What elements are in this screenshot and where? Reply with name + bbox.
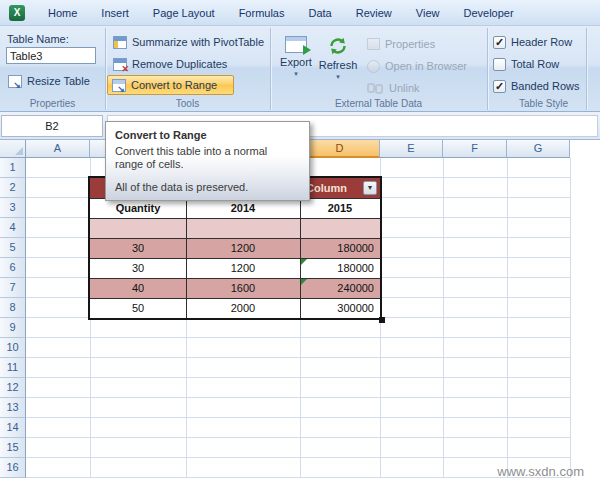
table-cell-C5[interactable]: 1200 <box>186 238 300 258</box>
row-header-8[interactable]: 8 <box>0 298 26 318</box>
tab-view[interactable]: View <box>404 2 452 24</box>
row-header-1[interactable]: 1 <box>0 158 26 178</box>
gridline <box>570 158 571 478</box>
row-header-15[interactable]: 15 <box>0 438 26 458</box>
table-cell-B6[interactable]: 30 <box>90 258 186 278</box>
name-box[interactable]: B2 <box>1 115 103 137</box>
table-cell-C4[interactable] <box>186 218 300 238</box>
tab-developer[interactable]: Developer <box>451 2 525 24</box>
tab-page-layout[interactable]: Page Layout <box>141 2 227 24</box>
table-cell-B7[interactable]: 40 <box>90 278 186 298</box>
tab-insert[interactable]: Insert <box>89 2 141 24</box>
watermark: www.sxdn.com <box>497 464 584 479</box>
remove-duplicates-button[interactable]: ✕ Remove Duplicates <box>108 54 232 74</box>
browser-globe-icon <box>367 60 380 73</box>
tooltip-title: Convert to Range <box>106 122 309 145</box>
row-header-4[interactable]: 4 <box>0 218 26 238</box>
total-row-checkbox[interactable]: Total Row <box>493 56 559 72</box>
tab-home[interactable]: Home <box>36 2 89 24</box>
table-cell-D8[interactable]: 300000 <box>300 298 380 318</box>
table-cell-D5[interactable]: 180000 <box>300 238 380 258</box>
table-name-input[interactable] <box>6 47 96 64</box>
row-header-13[interactable]: 13 <box>0 398 26 418</box>
unlink-button-disabled[interactable]: Unlink <box>362 78 425 98</box>
row-header-16[interactable]: 16 <box>0 458 26 478</box>
export-button[interactable]: Export ▾ <box>275 29 317 101</box>
gridline <box>26 457 570 458</box>
column-header-A[interactable]: A <box>26 140 90 158</box>
group-label-external-table-data: External Table Data <box>270 98 487 110</box>
export-arrow-icon <box>303 45 311 55</box>
row-header-10[interactable]: 10 <box>0 338 26 358</box>
filter-dropdown-button[interactable]: ▾ <box>363 181 377 195</box>
excel-app-icon[interactable]: X <box>9 5 25 21</box>
export-dropdown-arrow-icon: ▾ <box>294 71 298 77</box>
gridline <box>26 377 570 378</box>
convert-to-range-icon: ↘ <box>112 79 126 92</box>
checkbox-icon: ✓ <box>493 80 506 93</box>
table-cell-C6[interactable]: 1200 <box>186 258 300 278</box>
select-all-corner[interactable] <box>0 140 26 158</box>
banded-rows-checkbox[interactable]: ✓ Banded Rows <box>493 78 580 94</box>
row-header-6[interactable]: 6 <box>0 258 26 278</box>
column-header-F[interactable]: F <box>443 140 507 158</box>
table-cell-D2[interactable]: Column▾ <box>300 178 380 198</box>
table-cell-B8[interactable]: 50 <box>90 298 186 318</box>
table-cell-C8[interactable]: 2000 <box>186 298 300 318</box>
gridline <box>26 437 570 438</box>
resize-table-button[interactable]: ↘ Resize Table <box>3 71 95 91</box>
table-cell-D4[interactable] <box>300 218 380 238</box>
group-label-table-style: Table Style <box>487 98 600 110</box>
column-header-E[interactable]: E <box>380 140 443 158</box>
export-icon <box>285 36 307 53</box>
header-row-checkbox[interactable]: ✓ Header Row <box>493 34 572 50</box>
gridline <box>507 158 508 478</box>
row-header-5[interactable]: 5 <box>0 238 26 258</box>
tab-data[interactable]: Data <box>296 2 343 24</box>
convert-to-range-button[interactable]: ↘ Convert to Range <box>107 75 234 95</box>
table-cell-C3[interactable]: 2014 <box>186 198 300 218</box>
row-header-7[interactable]: 7 <box>0 278 26 298</box>
resize-table-icon: ↘ <box>8 75 22 88</box>
table-cell-D6[interactable]: 180000 <box>300 258 380 278</box>
column-header-G[interactable]: G <box>507 140 570 158</box>
table-gridline <box>90 238 380 239</box>
pivottable-icon <box>113 36 127 49</box>
refresh-button[interactable]: Refresh ▾ <box>317 29 359 101</box>
row-header-9[interactable]: 9 <box>0 318 26 338</box>
table-cell-B4[interactable] <box>90 218 186 238</box>
row-header-2[interactable]: 2 <box>0 178 26 198</box>
tooltip-body: Convert this table into a normal range o… <box>106 145 301 171</box>
gridline <box>26 477 570 478</box>
table-cell-C7[interactable]: 1600 <box>186 278 300 298</box>
table-gridline <box>90 298 380 299</box>
open-in-browser-label: Open in Browser <box>385 60 467 72</box>
column-header-D[interactable]: D <box>300 140 380 158</box>
open-in-browser-button-disabled[interactable]: Open in Browser <box>362 56 472 76</box>
row-header-12[interactable]: 12 <box>0 378 26 398</box>
group-label-tools: Tools <box>105 98 270 110</box>
table-gridline <box>90 258 380 259</box>
properties-button-disabled[interactable]: Properties <box>362 34 440 54</box>
convert-to-range-tooltip: Convert to Range Convert this table into… <box>105 121 310 201</box>
row-header-14[interactable]: 14 <box>0 418 26 438</box>
unlink-icon <box>367 83 384 94</box>
table-cell-B5[interactable]: 30 <box>90 238 186 258</box>
resize-table-label: Resize Table <box>27 75 90 87</box>
row-header-3[interactable]: 3 <box>0 198 26 218</box>
remove-duplicates-icon: ✕ <box>113 58 127 71</box>
table-resize-handle[interactable] <box>379 317 385 323</box>
refresh-dropdown-arrow-icon: ▾ <box>336 74 340 80</box>
table-cell-B3[interactable]: Quantity <box>90 198 186 218</box>
table-cell-D3[interactable]: 2015 <box>300 198 380 218</box>
tab-review[interactable]: Review <box>344 2 404 24</box>
total-row-label: Total Row <box>511 58 559 70</box>
error-indicator-icon <box>301 279 307 285</box>
excel-window: X Home Insert Page Layout Formulas Data … <box>0 0 600 483</box>
tooltip-note: All of the data is preserved. <box>115 181 248 193</box>
table-cell-D7[interactable]: 240000 <box>300 278 380 298</box>
row-header-11[interactable]: 11 <box>0 358 26 378</box>
ribbon-design-tab: Table Name: ↘ Resize Table Properties Su… <box>0 26 600 112</box>
tab-formulas[interactable]: Formulas <box>227 2 297 24</box>
summarize-with-pivottable-button[interactable]: Summarize with PivotTable <box>108 32 269 52</box>
